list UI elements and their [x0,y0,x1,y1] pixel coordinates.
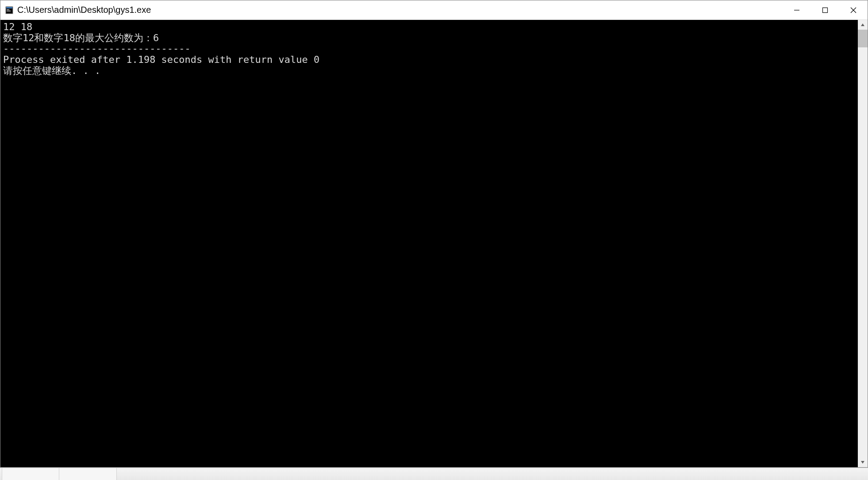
minimize-button[interactable] [783,0,811,19]
svg-marker-9 [861,461,864,464]
close-button[interactable] [839,0,868,19]
console-line: Process exited after 1.198 seconds with … [3,54,319,65]
console-window: C:\Users\admin\Desktop\gys1.exe 12 18 数字… [0,0,868,468]
window-controls [783,0,868,19]
scroll-down-arrow-icon[interactable] [858,457,868,467]
scroll-track[interactable] [858,30,868,457]
console-line: -------------------------------- [3,43,191,54]
svg-rect-5 [823,8,828,12]
window-title: C:\Users\admin\Desktop\gys1.exe [17,5,783,15]
svg-rect-2 [7,9,9,10]
console-line: 请按任意键继续. . . [3,65,100,76]
maximize-button[interactable] [811,0,839,19]
taskbar-tab[interactable] [59,468,117,480]
titlebar[interactable]: C:\Users\admin\Desktop\gys1.exe [0,0,868,20]
svg-rect-1 [6,7,12,8]
taskbar-tab[interactable] [2,468,59,480]
console-line: 12 18 [3,21,32,32]
console-area: 12 18 数字12和数字18的最大公约数为：6 ---------------… [0,20,868,467]
taskbar-strip [0,468,868,480]
svg-rect-3 [7,11,11,12]
vertical-scrollbar[interactable] [858,20,868,467]
svg-marker-8 [861,23,864,26]
scroll-up-arrow-icon[interactable] [858,20,868,30]
scroll-thumb[interactable] [858,30,868,47]
console-output[interactable]: 12 18 数字12和数字18的最大公约数为：6 ---------------… [0,20,858,467]
app-icon [5,6,14,15]
console-line: 数字12和数字18的最大公约数为：6 [3,32,159,43]
